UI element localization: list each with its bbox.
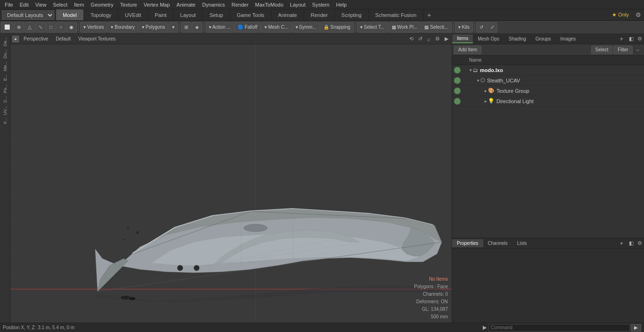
- tab-scripting[interactable]: Scripting: [335, 9, 369, 20]
- name-modo[interactable]: modo.lxo: [480, 67, 503, 73]
- sidebar-item-du[interactable]: Du...: [2, 48, 8, 60]
- selection-set-btn[interactable]: ▦ Selecti...: [421, 22, 451, 32]
- tab-topology[interactable]: Topology: [84, 9, 118, 20]
- command-run-btn[interactable]: ▶: [631, 324, 641, 332]
- boundary-btn[interactable]: ▾ Boundary: [107, 22, 138, 32]
- tab-channels[interactable]: Channels: [483, 239, 512, 247]
- tab-shading[interactable]: Shading: [504, 35, 531, 43]
- viewport-toggle[interactable]: ●: [12, 36, 19, 42]
- grid-btn[interactable]: ⊞: [181, 22, 191, 32]
- properties-add-btn[interactable]: +: [616, 239, 627, 248]
- tab-layout[interactable]: Layout: [173, 9, 203, 20]
- viewport-3d[interactable]: X Y Z No Items Polygons : Face Channels:…: [10, 44, 452, 323]
- vis-dot-texture[interactable]: [454, 88, 461, 94]
- tab-schematic-fusion[interactable]: Schematic Fusion: [369, 9, 423, 20]
- tab-properties[interactable]: Properties: [452, 239, 483, 247]
- tree-row-texture[interactable]: ▸ 🎨 Texture Group: [452, 86, 644, 96]
- arrow-modo[interactable]: ▾: [470, 68, 472, 73]
- vis-dot-modo[interactable]: [454, 67, 461, 73]
- menu-select[interactable]: Select: [50, 1, 70, 8]
- menu-system[interactable]: System: [309, 1, 332, 8]
- menu-animate[interactable]: Animate: [173, 1, 198, 8]
- tab-animate[interactable]: Animate: [272, 9, 304, 20]
- menu-texture[interactable]: Texture: [117, 1, 140, 8]
- select-tool-btn[interactable]: ⬜: [1, 22, 13, 32]
- menu-geometry[interactable]: Geometry: [88, 1, 116, 8]
- menu-file[interactable]: File: [2, 1, 16, 8]
- transform-btn[interactable]: ⤡: [35, 22, 46, 32]
- box-tool-btn[interactable]: □: [46, 22, 56, 32]
- kits-btn[interactable]: ▾ Kits: [455, 22, 473, 32]
- tab-items[interactable]: Items: [452, 34, 473, 43]
- tree-row-modo[interactable]: ▾ 🗂 modo.lxo: [452, 65, 644, 75]
- vertices-btn[interactable]: ▾ Vertices: [80, 22, 107, 32]
- circle-tool-btn[interactable]: ○: [56, 22, 66, 32]
- menu-vertex-map[interactable]: Vertex Map: [141, 1, 173, 8]
- sidebar-item-f[interactable]: F...: [2, 117, 8, 125]
- viewport-rotate-icon[interactable]: ↺: [417, 35, 424, 42]
- tab-setup[interactable]: Setup: [203, 9, 230, 20]
- expand-btn[interactable]: ⤢: [487, 22, 497, 32]
- diamond-btn[interactable]: ◈: [192, 22, 202, 32]
- menu-render[interactable]: Render: [229, 1, 251, 8]
- ring-tool-btn[interactable]: ◉: [66, 22, 77, 32]
- tree-row-light[interactable]: ▸ 💡 Directional Light: [452, 96, 644, 106]
- sidebar-item-me[interactable]: Me...: [2, 60, 8, 73]
- layout-settings-icon[interactable]: ⚙: [633, 10, 644, 19]
- sidebar-item-de[interactable]: De...: [2, 36, 8, 48]
- layout-selector[interactable]: Default Layouts: [2, 10, 54, 20]
- name-ucav[interactable]: Stealth_UCAV: [487, 78, 520, 83]
- viewport-zoom-icon[interactable]: ⌕: [426, 36, 432, 42]
- filter-button[interactable]: Filter: [613, 46, 632, 54]
- center-btn[interactable]: ⊕: [14, 22, 24, 32]
- mesh-components-btn[interactable]: ▾ Mesh C...: [261, 22, 292, 32]
- viewport-move-icon[interactable]: ⟲: [408, 35, 415, 42]
- tab-paint[interactable]: Paint: [148, 9, 173, 20]
- snapping-btn[interactable]: 🔒 Snapping: [320, 22, 354, 32]
- tab-images[interactable]: Images: [556, 35, 581, 43]
- tab-game-tools[interactable]: Game Tools: [230, 9, 272, 20]
- tab-lists[interactable]: Lists: [512, 239, 532, 247]
- polygons-btn[interactable]: ▾ Polygons: [139, 22, 168, 32]
- menu-edit[interactable]: Edit: [17, 1, 32, 8]
- items-collapse-btn[interactable]: −: [634, 46, 642, 54]
- properties-icon2[interactable]: ⚙: [636, 239, 644, 247]
- vis-dot-ucav[interactable]: [454, 77, 461, 84]
- vis-dot-light[interactable]: [454, 98, 461, 105]
- viewport-shading[interactable]: Default: [53, 36, 74, 42]
- add-tab-button[interactable]: +: [423, 10, 435, 20]
- star-only-button[interactable]: ★ Only: [608, 11, 633, 19]
- menu-layout[interactable]: Layout: [287, 1, 308, 8]
- viewport-settings-icon[interactable]: ⚙: [434, 35, 441, 42]
- arrow-ucav[interactable]: ▾: [477, 78, 479, 83]
- select-button[interactable]: Select: [591, 46, 613, 54]
- tree-row-ucav[interactable]: ▾ ⬡ Stealth_UCAV: [452, 75, 644, 86]
- command-arrow[interactable]: ▶: [483, 324, 487, 331]
- menu-maxtomodo[interactable]: MaxToModo: [252, 1, 286, 8]
- sidebar-item-uv[interactable]: UV...: [2, 105, 8, 116]
- select-tool-mode-btn[interactable]: ▾ Select T...: [357, 22, 388, 32]
- tab-model[interactable]: Model: [56, 9, 84, 20]
- name-texture[interactable]: Texture Group: [496, 88, 529, 94]
- viewport-textures[interactable]: Viewport Textures: [75, 36, 118, 42]
- sidebar-item-e[interactable]: E...: [2, 73, 8, 82]
- items-add-panel-btn[interactable]: +: [616, 34, 627, 43]
- symmetry-btn[interactable]: ▾ Symm...: [292, 22, 320, 32]
- viewport-play-icon[interactable]: ▶: [443, 35, 450, 42]
- falloff-btn[interactable]: 🔵 Falloff: [234, 22, 261, 32]
- lasso-btn[interactable]: △: [25, 22, 35, 32]
- tab-uvedit[interactable]: UVEdit: [118, 9, 148, 20]
- sidebar-item-c[interactable]: C...: [2, 95, 8, 104]
- arrow-texture[interactable]: ▸: [485, 89, 487, 93]
- add-item-button[interactable]: Add Item: [454, 46, 481, 54]
- items-panel-icon1[interactable]: ◧: [627, 35, 636, 43]
- arrow-light[interactable]: ▸: [485, 99, 487, 104]
- tab-groups[interactable]: Groups: [531, 35, 556, 43]
- properties-icon1[interactable]: ◧: [627, 239, 636, 247]
- tab-mesh-ops[interactable]: Mesh Ops: [473, 35, 504, 43]
- name-light[interactable]: Directional Light: [496, 98, 534, 104]
- items-panel-icon2[interactable]: ⚙: [636, 35, 644, 43]
- command-input[interactable]: [488, 324, 630, 332]
- sidebar-item-po[interactable]: Po...: [2, 83, 8, 95]
- action-btn[interactable]: ▾ Action ...: [206, 22, 234, 32]
